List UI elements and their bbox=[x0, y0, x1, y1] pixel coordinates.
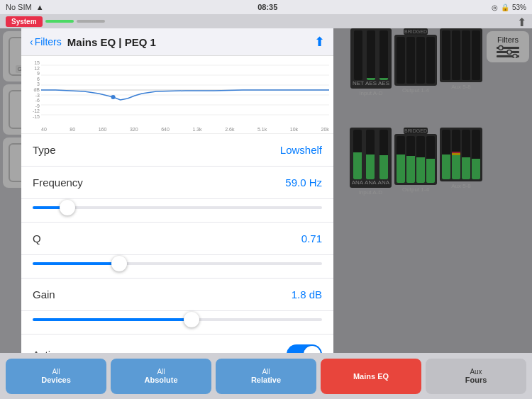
tab-all-relative-line2: Relative bbox=[251, 376, 281, 384]
type-label: Type bbox=[33, 144, 56, 156]
tab-all-devices[interactable]: All Devices bbox=[6, 359, 106, 394]
filters-back-label: Filters bbox=[35, 36, 62, 47]
modal-panel: ‹ Filters Mains EQ | PEQ 1 ⬆ 1512963 dB-… bbox=[21, 28, 333, 353]
wifi-icon: ▲ bbox=[36, 3, 44, 11]
frequency-field-row: Frequency 59.0 Hz bbox=[21, 167, 333, 199]
tab-mains-eq-line2: Mains EQ bbox=[353, 372, 389, 381]
battery-label: 53% bbox=[512, 4, 526, 11]
status-green bbox=[45, 20, 74, 23]
q-value: 0.71 bbox=[301, 232, 322, 245]
q-slider-track[interactable] bbox=[33, 262, 322, 265]
gain-value: 1.8 dB bbox=[292, 288, 322, 300]
system-label: System bbox=[6, 16, 43, 27]
tab-mains-eq[interactable]: Mains EQ bbox=[321, 359, 421, 394]
active-label: Active bbox=[33, 349, 62, 354]
active-toggle[interactable] bbox=[287, 344, 322, 353]
eq-chart: 1512963 dB-3-6-9-12-15 4080160320640 1.3 bbox=[21, 56, 333, 134]
frequency-value: 59.0 Hz bbox=[285, 176, 322, 189]
location-icon: ◎ bbox=[492, 4, 498, 11]
frequency-slider-row bbox=[21, 199, 333, 223]
tab-all-absolute-line2: Absolute bbox=[144, 376, 177, 384]
tab-aux-fours-line1: Aux bbox=[470, 368, 482, 376]
tab-all-absolute-line1: All bbox=[157, 368, 165, 376]
chevron-left-icon: ‹ bbox=[30, 36, 33, 47]
gain-slider-track[interactable] bbox=[33, 318, 322, 321]
tab-all-relative-line1: All bbox=[262, 368, 270, 376]
q-slider-fill bbox=[33, 262, 119, 265]
gain-slider-thumb[interactable] bbox=[184, 312, 199, 327]
type-value: Lowshelf bbox=[280, 144, 322, 156]
type-field-row: Type Lowshelf bbox=[21, 134, 333, 167]
svg-point-13 bbox=[111, 95, 115, 99]
eq-svg bbox=[41, 60, 329, 120]
top-bar: System ⬆ bbox=[0, 14, 532, 28]
battery-icon: 🔒 bbox=[501, 4, 509, 11]
tab-aux-fours-line2: Fours bbox=[465, 376, 487, 384]
main-content: δ ? GROUP Absolute Group 01 (Input) Main… bbox=[0, 28, 532, 353]
q-label: Q bbox=[33, 232, 41, 245]
gain-label: Gain bbox=[33, 288, 55, 300]
status-gray bbox=[77, 20, 105, 23]
modal-body: Type Lowshelf Frequency 59.0 Hz Q 0.71 bbox=[21, 134, 333, 353]
q-slider-row bbox=[21, 255, 333, 279]
eq-y-labels: 1512963 dB-3-6-9-12-15 bbox=[21, 60, 41, 119]
frequency-slider-track[interactable] bbox=[33, 206, 322, 209]
frequency-label: Frequency bbox=[33, 176, 83, 189]
tab-all-absolute[interactable]: All Absolute bbox=[111, 359, 211, 394]
status-left: No SIM ▲ bbox=[6, 3, 44, 11]
eq-x-labels: 4080160320640 1.3k2.6k5.1k10k20k bbox=[41, 127, 329, 132]
modal-header: ‹ Filters Mains EQ | PEQ 1 ⬆ bbox=[21, 28, 333, 56]
frequency-slider-thumb[interactable] bbox=[60, 200, 75, 215]
status-right: ◎ 🔒 53% bbox=[492, 4, 526, 11]
q-slider-thumb[interactable] bbox=[111, 256, 127, 271]
toggle-knob bbox=[304, 346, 321, 353]
gain-slider-row bbox=[21, 311, 333, 335]
time-label: 08:35 bbox=[257, 3, 277, 11]
tab-aux-fours[interactable]: Aux Fours bbox=[426, 359, 526, 394]
q-field-row: Q 0.71 bbox=[21, 223, 333, 255]
tab-all-devices-line1: All bbox=[52, 368, 60, 376]
modal-share-icon[interactable]: ⬆ bbox=[314, 34, 325, 50]
modal-title: Mains EQ | PEQ 1 bbox=[67, 36, 309, 48]
tab-all-devices-line2: Devices bbox=[41, 376, 71, 384]
gain-field-row: Gain 1.8 dB bbox=[21, 279, 333, 311]
gain-slider-fill bbox=[33, 318, 192, 321]
carrier-label: No SIM bbox=[6, 3, 32, 11]
status-bar: No SIM ▲ 08:35 ◎ 🔒 53% bbox=[0, 0, 532, 14]
tab-all-relative[interactable]: All Relative bbox=[216, 359, 316, 394]
modal-back-button[interactable]: ‹ Filters bbox=[30, 36, 62, 47]
active-field-row: Active bbox=[21, 335, 333, 353]
top-share-icon[interactable]: ⬆ bbox=[517, 16, 526, 29]
bottom-tabs: All Devices All Absolute All Relative Ma… bbox=[0, 353, 532, 399]
